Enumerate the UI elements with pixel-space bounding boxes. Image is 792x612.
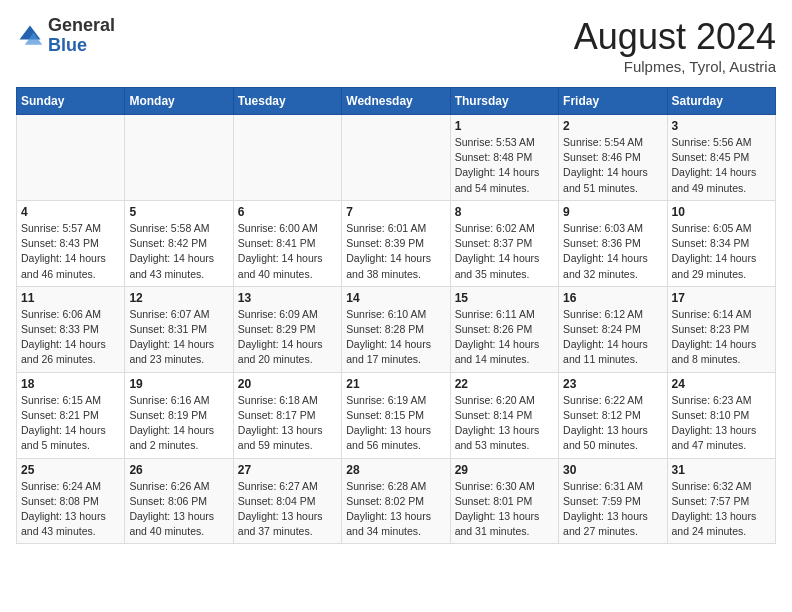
calendar-cell (342, 115, 450, 201)
calendar-cell: 10Sunrise: 6:05 AM Sunset: 8:34 PM Dayli… (667, 200, 775, 286)
day-info: Sunrise: 5:56 AM Sunset: 8:45 PM Dayligh… (672, 135, 771, 196)
calendar-cell (125, 115, 233, 201)
day-info: Sunrise: 6:18 AM Sunset: 8:17 PM Dayligh… (238, 393, 337, 454)
day-number: 19 (129, 377, 228, 391)
day-info: Sunrise: 6:24 AM Sunset: 8:08 PM Dayligh… (21, 479, 120, 540)
calendar-cell: 29Sunrise: 6:30 AM Sunset: 8:01 PM Dayli… (450, 458, 558, 544)
calendar-week-row: 25Sunrise: 6:24 AM Sunset: 8:08 PM Dayli… (17, 458, 776, 544)
calendar-cell: 17Sunrise: 6:14 AM Sunset: 8:23 PM Dayli… (667, 286, 775, 372)
day-info: Sunrise: 6:03 AM Sunset: 8:36 PM Dayligh… (563, 221, 662, 282)
calendar-week-row: 11Sunrise: 6:06 AM Sunset: 8:33 PM Dayli… (17, 286, 776, 372)
calendar-cell: 7Sunrise: 6:01 AM Sunset: 8:39 PM Daylig… (342, 200, 450, 286)
day-number: 11 (21, 291, 120, 305)
day-info: Sunrise: 6:06 AM Sunset: 8:33 PM Dayligh… (21, 307, 120, 368)
day-info: Sunrise: 6:22 AM Sunset: 8:12 PM Dayligh… (563, 393, 662, 454)
calendar-cell: 12Sunrise: 6:07 AM Sunset: 8:31 PM Dayli… (125, 286, 233, 372)
calendar-cell: 15Sunrise: 6:11 AM Sunset: 8:26 PM Dayli… (450, 286, 558, 372)
day-number: 3 (672, 119, 771, 133)
calendar-cell: 2Sunrise: 5:54 AM Sunset: 8:46 PM Daylig… (559, 115, 667, 201)
day-number: 7 (346, 205, 445, 219)
weekday-header: Sunday (17, 88, 125, 115)
day-number: 9 (563, 205, 662, 219)
logo-icon (16, 22, 44, 50)
day-info: Sunrise: 6:05 AM Sunset: 8:34 PM Dayligh… (672, 221, 771, 282)
day-info: Sunrise: 6:00 AM Sunset: 8:41 PM Dayligh… (238, 221, 337, 282)
day-info: Sunrise: 6:30 AM Sunset: 8:01 PM Dayligh… (455, 479, 554, 540)
title-block: August 2024 Fulpmes, Tyrol, Austria (574, 16, 776, 75)
calendar-cell: 27Sunrise: 6:27 AM Sunset: 8:04 PM Dayli… (233, 458, 341, 544)
calendar-cell: 13Sunrise: 6:09 AM Sunset: 8:29 PM Dayli… (233, 286, 341, 372)
calendar-cell: 8Sunrise: 6:02 AM Sunset: 8:37 PM Daylig… (450, 200, 558, 286)
calendar-cell: 6Sunrise: 6:00 AM Sunset: 8:41 PM Daylig… (233, 200, 341, 286)
calendar-week-row: 1Sunrise: 5:53 AM Sunset: 8:48 PM Daylig… (17, 115, 776, 201)
day-number: 27 (238, 463, 337, 477)
logo: General Blue (16, 16, 115, 56)
day-info: Sunrise: 6:23 AM Sunset: 8:10 PM Dayligh… (672, 393, 771, 454)
day-number: 1 (455, 119, 554, 133)
calendar-cell: 24Sunrise: 6:23 AM Sunset: 8:10 PM Dayli… (667, 372, 775, 458)
day-number: 20 (238, 377, 337, 391)
day-info: Sunrise: 5:58 AM Sunset: 8:42 PM Dayligh… (129, 221, 228, 282)
day-number: 23 (563, 377, 662, 391)
day-number: 13 (238, 291, 337, 305)
day-info: Sunrise: 6:14 AM Sunset: 8:23 PM Dayligh… (672, 307, 771, 368)
day-info: Sunrise: 6:28 AM Sunset: 8:02 PM Dayligh… (346, 479, 445, 540)
calendar-cell: 21Sunrise: 6:19 AM Sunset: 8:15 PM Dayli… (342, 372, 450, 458)
weekday-header: Saturday (667, 88, 775, 115)
day-number: 29 (455, 463, 554, 477)
calendar-cell: 14Sunrise: 6:10 AM Sunset: 8:28 PM Dayli… (342, 286, 450, 372)
day-info: Sunrise: 6:27 AM Sunset: 8:04 PM Dayligh… (238, 479, 337, 540)
weekday-header-row: SundayMondayTuesdayWednesdayThursdayFrid… (17, 88, 776, 115)
day-info: Sunrise: 6:07 AM Sunset: 8:31 PM Dayligh… (129, 307, 228, 368)
day-info: Sunrise: 5:53 AM Sunset: 8:48 PM Dayligh… (455, 135, 554, 196)
day-info: Sunrise: 6:11 AM Sunset: 8:26 PM Dayligh… (455, 307, 554, 368)
calendar-week-row: 4Sunrise: 5:57 AM Sunset: 8:43 PM Daylig… (17, 200, 776, 286)
calendar-cell: 31Sunrise: 6:32 AM Sunset: 7:57 PM Dayli… (667, 458, 775, 544)
logo-general: General (48, 16, 115, 36)
day-number: 4 (21, 205, 120, 219)
calendar-cell: 22Sunrise: 6:20 AM Sunset: 8:14 PM Dayli… (450, 372, 558, 458)
weekday-header: Monday (125, 88, 233, 115)
weekday-header: Wednesday (342, 88, 450, 115)
day-number: 24 (672, 377, 771, 391)
calendar-cell: 1Sunrise: 5:53 AM Sunset: 8:48 PM Daylig… (450, 115, 558, 201)
location-subtitle: Fulpmes, Tyrol, Austria (574, 58, 776, 75)
day-number: 30 (563, 463, 662, 477)
day-info: Sunrise: 6:32 AM Sunset: 7:57 PM Dayligh… (672, 479, 771, 540)
day-info: Sunrise: 5:54 AM Sunset: 8:46 PM Dayligh… (563, 135, 662, 196)
calendar-cell: 26Sunrise: 6:26 AM Sunset: 8:06 PM Dayli… (125, 458, 233, 544)
day-info: Sunrise: 6:02 AM Sunset: 8:37 PM Dayligh… (455, 221, 554, 282)
day-info: Sunrise: 6:20 AM Sunset: 8:14 PM Dayligh… (455, 393, 554, 454)
calendar-cell: 4Sunrise: 5:57 AM Sunset: 8:43 PM Daylig… (17, 200, 125, 286)
calendar-cell: 3Sunrise: 5:56 AM Sunset: 8:45 PM Daylig… (667, 115, 775, 201)
day-number: 28 (346, 463, 445, 477)
calendar-cell: 30Sunrise: 6:31 AM Sunset: 7:59 PM Dayli… (559, 458, 667, 544)
calendar-table: SundayMondayTuesdayWednesdayThursdayFrid… (16, 87, 776, 544)
day-info: Sunrise: 6:16 AM Sunset: 8:19 PM Dayligh… (129, 393, 228, 454)
month-year-title: August 2024 (574, 16, 776, 58)
calendar-cell (233, 115, 341, 201)
day-number: 6 (238, 205, 337, 219)
day-info: Sunrise: 6:19 AM Sunset: 8:15 PM Dayligh… (346, 393, 445, 454)
calendar-cell: 18Sunrise: 6:15 AM Sunset: 8:21 PM Dayli… (17, 372, 125, 458)
weekday-header: Friday (559, 88, 667, 115)
logo-blue: Blue (48, 36, 115, 56)
calendar-cell: 23Sunrise: 6:22 AM Sunset: 8:12 PM Dayli… (559, 372, 667, 458)
calendar-cell: 20Sunrise: 6:18 AM Sunset: 8:17 PM Dayli… (233, 372, 341, 458)
day-info: Sunrise: 6:26 AM Sunset: 8:06 PM Dayligh… (129, 479, 228, 540)
calendar-cell: 5Sunrise: 5:58 AM Sunset: 8:42 PM Daylig… (125, 200, 233, 286)
day-number: 12 (129, 291, 228, 305)
day-number: 16 (563, 291, 662, 305)
day-number: 8 (455, 205, 554, 219)
calendar-cell: 11Sunrise: 6:06 AM Sunset: 8:33 PM Dayli… (17, 286, 125, 372)
day-number: 26 (129, 463, 228, 477)
day-number: 14 (346, 291, 445, 305)
day-number: 2 (563, 119, 662, 133)
day-number: 25 (21, 463, 120, 477)
calendar-week-row: 18Sunrise: 6:15 AM Sunset: 8:21 PM Dayli… (17, 372, 776, 458)
calendar-cell: 25Sunrise: 6:24 AM Sunset: 8:08 PM Dayli… (17, 458, 125, 544)
day-info: Sunrise: 5:57 AM Sunset: 8:43 PM Dayligh… (21, 221, 120, 282)
day-number: 17 (672, 291, 771, 305)
day-info: Sunrise: 6:01 AM Sunset: 8:39 PM Dayligh… (346, 221, 445, 282)
day-info: Sunrise: 6:31 AM Sunset: 7:59 PM Dayligh… (563, 479, 662, 540)
